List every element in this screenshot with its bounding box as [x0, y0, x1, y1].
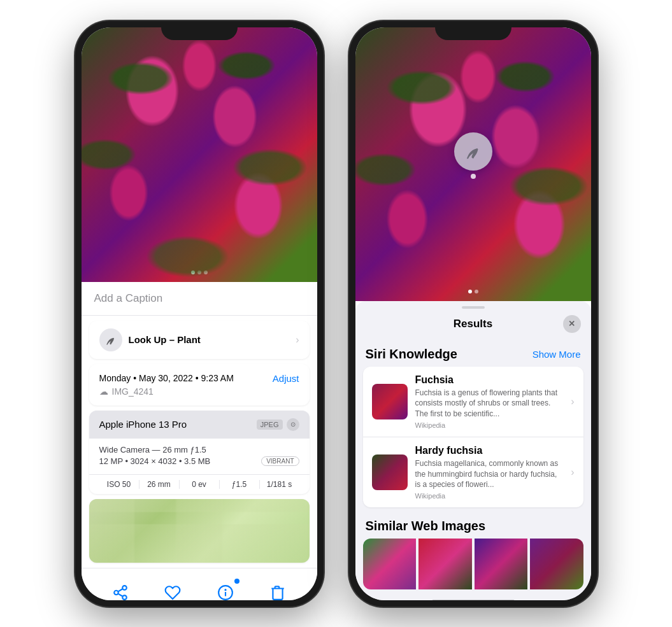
hardy-desc: Fuchsia magellanica, commonly known as t…	[415, 458, 564, 490]
trash-icon	[269, 584, 286, 600]
device-section: Apple iPhone 13 Pro JPEG ⊙ Wide Camera —…	[89, 411, 310, 494]
vibrant-badge: VIBRANT	[261, 456, 299, 466]
info-button[interactable]	[211, 579, 239, 600]
results-content[interactable]: Siri Knowledge Show More Fuchsia Fuchsia…	[355, 341, 591, 598]
camera-type: Wide Camera — 26 mm ƒ1.5	[99, 445, 206, 454]
lookup-bold: Look Up –	[129, 334, 175, 345]
phone-notch	[161, 21, 238, 40]
knowledge-item-hardy[interactable]: Hardy fuchsia Fuchsia magellanica, commo…	[363, 437, 583, 507]
dot-2	[197, 271, 201, 274]
close-icon: ✕	[568, 319, 575, 328]
share-button[interactable]	[106, 579, 134, 600]
photo-indicator	[191, 271, 208, 274]
date-text: Monday • May 30, 2022 • 9:23 AM	[99, 373, 234, 383]
similar-img-2[interactable]	[418, 539, 472, 589]
results-header: Results ✕	[355, 309, 591, 341]
knowledge-card: Fuchsia Fuchsia is a genus of flowering …	[363, 367, 583, 508]
exif-iso: ISO 50	[99, 480, 139, 489]
exif-shutter: 1/181 s	[260, 480, 299, 489]
device-tags: JPEG ⊙	[257, 418, 299, 431]
right-phone-screen: Results ✕ Siri Knowledge Show More	[355, 27, 591, 600]
similar-img-4[interactable]	[530, 539, 583, 589]
photo-indicator-right	[468, 290, 478, 293]
flower-photo-left[interactable]	[82, 27, 317, 282]
similar-title: Similar Web Images	[366, 519, 486, 533]
cloud-icon: ☁	[99, 386, 108, 397]
similar-section: Similar Web Images	[363, 512, 583, 589]
hardy-chevron: ›	[571, 467, 574, 478]
similar-images-grid[interactable]	[363, 539, 583, 589]
format-tag: JPEG	[257, 419, 283, 430]
fuchsia-thumbnail	[372, 384, 408, 419]
lookup-subject: Plant	[177, 334, 201, 345]
exif-aperture: ƒ1.5	[220, 480, 260, 489]
resolution-text: 12 MP • 3024 × 4032 • 3.5 MB	[99, 456, 211, 466]
fuchsia-desc: Fuchsia is a genus of flowering plants t…	[415, 388, 564, 419]
dot-3	[204, 271, 208, 274]
hardy-name: Hardy fuchsia	[415, 445, 564, 456]
adjust-button[interactable]: Adjust	[273, 373, 299, 384]
heart-icon	[164, 584, 181, 600]
exif-row: ISO 50 26 mm 0 ev ƒ1.5 1/181 s	[89, 474, 310, 494]
results-sheet: Results ✕ Siri Knowledge Show More	[355, 301, 591, 600]
lookup-row[interactable]: Look Up – Plant ›	[89, 321, 310, 359]
exif-ev: 0 ev	[180, 480, 220, 489]
similar-img-1[interactable]	[363, 539, 417, 589]
device-header: Apple iPhone 13 Pro JPEG ⊙	[89, 411, 310, 439]
visual-search-bubble[interactable]	[454, 132, 492, 171]
right-dot-2	[475, 290, 478, 293]
show-more-button[interactable]: Show More	[533, 349, 581, 360]
exif-focal: 26 mm	[139, 480, 180, 489]
fuchsia-chevron: ›	[571, 396, 574, 407]
filename: IMG_4241	[112, 386, 154, 397]
camera-details: Wide Camera — 26 mm ƒ1.5 12 MP • 3024 × …	[89, 439, 310, 474]
filename-row: ☁ IMG_4241	[99, 386, 299, 397]
right-phone: Results ✕ Siri Knowledge Show More	[349, 21, 597, 607]
visual-search-dot	[471, 174, 476, 179]
dot-1	[191, 271, 195, 274]
resolution-line: 12 MP • 3024 × 4032 • 3.5 MB VIBRANT	[99, 456, 299, 466]
delete-button[interactable]	[264, 579, 292, 600]
hardy-thumbnail	[372, 454, 408, 490]
device-name: Apple iPhone 13 Pro	[99, 419, 187, 430]
date-row: Monday • May 30, 2022 • 9:23 AM Adjust	[99, 373, 299, 384]
caption-area[interactable]: Add a Caption	[82, 282, 317, 316]
info-icon	[217, 584, 234, 600]
flower-photo-right[interactable]	[355, 27, 591, 301]
fuchsia-name: Fuchsia	[415, 374, 564, 386]
siri-knowledge-title: Siri Knowledge	[366, 347, 457, 362]
siri-knowledge-header: Siri Knowledge Show More	[363, 341, 583, 367]
info-badge-dot	[233, 577, 241, 585]
left-phone-screen: Add a Caption Look Up – Plant › Monday •…	[82, 27, 317, 600]
visual-lookup-icon	[99, 328, 122, 351]
lookup-chevron: ›	[296, 334, 299, 346]
photo-info-section: Monday • May 30, 2022 • 9:23 AM Adjust ☁…	[89, 364, 310, 405]
map-section[interactable]	[89, 499, 310, 563]
leaf-icon	[104, 334, 117, 346]
close-button[interactable]: ✕	[563, 315, 581, 333]
favorite-button[interactable]	[159, 579, 187, 600]
right-phone-notch	[435, 21, 511, 40]
bottom-toolbar	[82, 568, 317, 600]
visual-search-icon	[464, 142, 483, 161]
left-phone: Add a Caption Look Up – Plant › Monday •…	[75, 21, 324, 607]
fuchsia-source: Wikipedia	[415, 421, 564, 429]
right-dot-1	[468, 290, 472, 293]
similar-header: Similar Web Images	[363, 512, 583, 539]
similar-img-3[interactable]	[475, 539, 528, 589]
fuchsia-thumb-img	[372, 384, 408, 419]
camera-settings-icon[interactable]: ⊙	[287, 418, 299, 431]
knowledge-item-fuchsia[interactable]: Fuchsia Fuchsia is a genus of flowering …	[363, 367, 583, 437]
hardy-info: Hardy fuchsia Fuchsia magellanica, commo…	[415, 445, 564, 500]
hardy-source: Wikipedia	[415, 492, 564, 500]
caption-placeholder[interactable]: Add a Caption	[94, 292, 163, 304]
fuchsia-info: Fuchsia Fuchsia is a genus of flowering …	[415, 374, 564, 429]
share-icon	[112, 584, 129, 600]
hardy-thumb-img	[372, 454, 408, 490]
camera-type-line: Wide Camera — 26 mm ƒ1.5	[99, 445, 299, 454]
lookup-text: Look Up – Plant	[129, 334, 290, 345]
results-title: Results	[383, 318, 563, 330]
